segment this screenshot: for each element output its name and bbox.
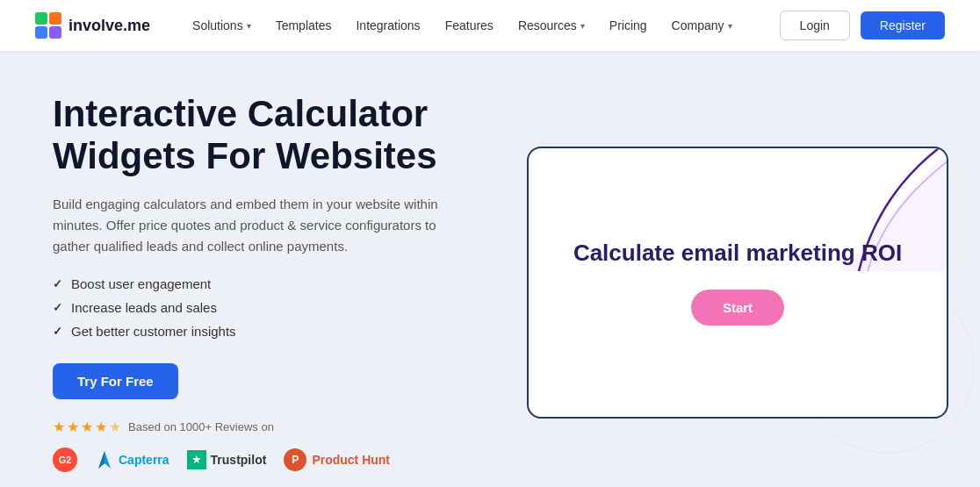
navbar: involve.me Solutions ▾ Templates Integra… xyxy=(0,0,980,51)
capterra-label: Capterra xyxy=(119,453,169,467)
nav-pricing[interactable]: Pricing xyxy=(609,18,647,32)
nav-solutions[interactable]: Solutions ▾ xyxy=(192,18,251,32)
star-4: ★ xyxy=(95,419,107,435)
chevron-down-icon: ▾ xyxy=(580,21,585,31)
nav-resources[interactable]: Resources ▾ xyxy=(518,18,585,32)
hero-section: Interactive Calculator Widgets For Websi… xyxy=(0,51,980,487)
widget-preview-card: Calculate email marketing ROI Start xyxy=(527,147,948,419)
try-free-button[interactable]: Try For Free xyxy=(53,363,178,399)
hero-title: Interactive Calculator Widgets For Websi… xyxy=(53,93,492,178)
nav-integrations[interactable]: Integrations xyxy=(356,18,420,32)
check-icon: ✓ xyxy=(53,301,62,314)
capterra-icon xyxy=(95,450,114,469)
badge-g2: G2 xyxy=(53,448,77,472)
star-2: ★ xyxy=(67,419,79,435)
chevron-down-icon: ▾ xyxy=(728,21,732,31)
svg-rect-2 xyxy=(35,26,47,39)
nav-templates[interactable]: Templates xyxy=(276,18,332,32)
widget-start-button[interactable]: Start xyxy=(691,290,784,326)
nav-links: Solutions ▾ Templates Integrations Featu… xyxy=(192,18,780,32)
widget-title: Calculate email marketing ROI xyxy=(573,239,902,269)
reviews-row: ★ ★ ★ ★ ★ Based on 1000+ Reviews on xyxy=(53,419,492,435)
login-button[interactable]: Login xyxy=(780,11,850,40)
badge-trustpilot: ★ Trustpilot xyxy=(187,450,267,469)
check-icon: ✓ xyxy=(53,277,62,290)
hero-description: Build engaging calculators and embed the… xyxy=(53,194,439,257)
chevron-down-icon: ▾ xyxy=(247,21,251,31)
trustpilot-icon: ★ xyxy=(187,450,206,469)
reviews-text: Based on 1000+ Reviews on xyxy=(128,420,274,433)
hero-left: Interactive Calculator Widgets For Websi… xyxy=(53,93,492,472)
logo[interactable]: involve.me xyxy=(35,12,150,39)
svg-rect-0 xyxy=(35,12,47,25)
widget-content: Calculate email marketing ROI Start xyxy=(573,239,902,326)
nav-actions: Login Register xyxy=(780,11,945,40)
product-hunt-label: Product Hunt xyxy=(312,453,390,467)
g2-icon: G2 xyxy=(53,448,77,472)
list-item: ✓ Boost user engagement xyxy=(53,276,492,291)
register-button[interactable]: Register xyxy=(861,11,945,39)
svg-rect-1 xyxy=(49,12,61,25)
svg-rect-3 xyxy=(49,26,61,39)
star-3: ★ xyxy=(81,419,93,435)
nav-company[interactable]: Company ▾ xyxy=(672,18,732,32)
list-item: ✓ Increase leads and sales xyxy=(53,300,492,315)
svg-marker-5 xyxy=(98,451,104,469)
star-rating: ★ ★ ★ ★ ★ xyxy=(53,419,121,435)
list-item: ✓ Get better customer insights xyxy=(53,324,492,339)
check-icon: ✓ xyxy=(53,325,62,338)
logo-text: involve.me xyxy=(68,17,150,35)
nav-features[interactable]: Features xyxy=(445,18,494,32)
badge-product-hunt: P Product Hunt xyxy=(284,448,390,471)
product-hunt-icon: P xyxy=(284,448,306,471)
hero-right: Calculate email marketing ROI Start xyxy=(527,147,948,419)
badge-capterra: Capterra xyxy=(95,450,169,469)
star-5-half: ★ xyxy=(109,419,121,435)
badges-row: G2 Capterra ★ Trustpilot P Product Hunt xyxy=(53,448,492,472)
star-1: ★ xyxy=(53,419,65,435)
checklist: ✓ Boost user engagement ✓ Increase leads… xyxy=(53,276,492,339)
trustpilot-label: Trustpilot xyxy=(211,453,267,467)
